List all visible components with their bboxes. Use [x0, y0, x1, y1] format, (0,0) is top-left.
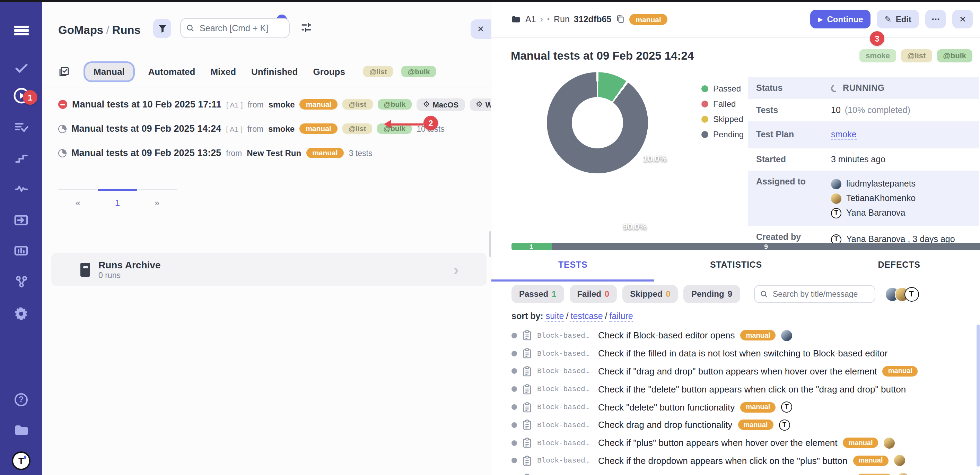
- close-button[interactable]: ✕: [952, 10, 973, 29]
- test-title: Check "delete" button functionality: [598, 402, 735, 412]
- test-list-item[interactable]: Block-based...Check if "drag and drop" b…: [511, 362, 980, 380]
- detail-tab-tests[interactable]: TESTS: [492, 260, 655, 282]
- filter-chip-passed[interactable]: Passed1: [511, 285, 564, 303]
- test-assignee-avatar: [894, 455, 905, 466]
- assignee-avatar-stack[interactable]: [885, 287, 919, 301]
- tab-manual[interactable]: Manual: [85, 63, 133, 80]
- legend-dot: [702, 131, 708, 138]
- pagination-prev[interactable]: «: [58, 189, 98, 208]
- projects-icon[interactable]: [0, 421, 42, 439]
- test-list-item[interactable]: Block-based...Check if the filled in dat…: [511, 344, 980, 363]
- clipboard-icon: [523, 438, 531, 448]
- sidebar: ? T: [0, 2, 42, 475]
- detail-tabs: TESTSSTATISTICSDEFECTS: [492, 260, 980, 282]
- filter-chip-pending[interactable]: Pending9: [684, 285, 740, 303]
- assigned-avatar: [831, 208, 842, 218]
- activity-icon[interactable]: [0, 180, 42, 198]
- test-badge-manual: manual: [741, 330, 776, 341]
- filter-chip-failed[interactable]: Failed0: [570, 285, 617, 303]
- assigned-user: TetianaKhomenko: [831, 191, 916, 205]
- results-donut-chart: 10.0% 90.0%: [547, 72, 648, 173]
- breadcrumb-project[interactable]: GoMaps: [58, 24, 103, 36]
- sort-link-testcase[interactable]: testcase: [570, 311, 603, 322]
- run-tag-smoke: smoke: [859, 49, 896, 62]
- right-scrollbar-thumb[interactable]: [977, 325, 980, 467]
- sort-link-failure[interactable]: failure: [609, 311, 633, 322]
- integrations-icon[interactable]: [0, 273, 42, 290]
- milestones-icon[interactable]: [0, 149, 42, 167]
- breadcrumb-suite[interactable]: A1: [525, 14, 536, 24]
- sort-link-suite[interactable]: suite: [546, 311, 564, 322]
- gear-icon: ⚙: [423, 100, 430, 108]
- assigned-user: liudmylastepanets: [831, 177, 916, 191]
- tag-chip-list[interactable]: @list: [363, 66, 393, 77]
- filter-chip-skipped[interactable]: Skipped0: [622, 285, 678, 303]
- copy-icon[interactable]: [616, 14, 625, 24]
- runs-search-input[interactable]: [198, 22, 283, 33]
- run-list-item[interactable]: Manual tests at 09 Feb 2025 13:25fromNew…: [58, 141, 488, 165]
- breadcrumb: GoMaps/Runs: [58, 24, 141, 37]
- test-list-item[interactable]: Block-based...Check if the dropdown appe…: [511, 452, 980, 470]
- more-button[interactable]: ⋯: [925, 10, 946, 29]
- reports-icon[interactable]: [0, 241, 42, 259]
- test-plans-icon[interactable]: [0, 119, 42, 137]
- assigned-name: liudmylastepanets: [846, 177, 916, 191]
- filter-button[interactable]: 1: [153, 19, 171, 38]
- runs-archive-card[interactable]: Runs Archive 0 runs ›: [51, 253, 487, 286]
- clipboard-icon: [523, 402, 531, 412]
- test-title: Check if the "delete" button appears whe…: [598, 384, 906, 395]
- test-list-item[interactable]: Block-based...Check drag and drop functi…: [511, 416, 980, 434]
- chip-count: 9: [728, 289, 732, 299]
- test-list-item[interactable]: Block-based...Check if "plus" button app…: [511, 434, 980, 452]
- test-list-item[interactable]: Block-based...Check if Block-based edito…: [511, 327, 980, 344]
- detail-panel-close-button[interactable]: ✕: [471, 19, 491, 39]
- tests-search-input[interactable]: [772, 289, 869, 299]
- tests-search: [754, 285, 875, 303]
- test-plan-link[interactable]: smoke: [831, 130, 857, 140]
- test-badge-manual: manual: [853, 456, 888, 466]
- chip-count: 1: [552, 289, 556, 299]
- test-suite: Block-based...: [537, 457, 593, 465]
- badge-manual: manual: [306, 148, 344, 158]
- search-icon: [186, 24, 194, 33]
- tab-automated[interactable]: Automated: [148, 66, 196, 77]
- status-in-progress-icon: [58, 149, 67, 157]
- annotation-2-arrow: [390, 123, 423, 126]
- tab-mixed[interactable]: Mixed: [210, 66, 236, 77]
- run-plan-name: New Test Run: [247, 148, 301, 158]
- test-list-item[interactable]: Block-based...Check "delete" button func…: [511, 398, 980, 416]
- chip-label: Skipped: [630, 289, 662, 299]
- tab-groups[interactable]: Groups: [313, 66, 345, 77]
- edit-button[interactable]: ✎Edit: [877, 10, 919, 29]
- menu-icon[interactable]: [0, 21, 42, 40]
- settings-icon[interactable]: [0, 304, 42, 322]
- window-top-edge: [0, 0, 980, 2]
- run-list-item[interactable]: Manual tests at 09 Feb 2025 14:24[ A1 ]f…: [58, 116, 488, 141]
- legend-dot: [702, 85, 708, 92]
- tab-unfinished[interactable]: Unfinished: [251, 66, 298, 77]
- status-removed-icon: [58, 100, 67, 109]
- test-list-item[interactable]: Block-based...Check if the "delete" butt…: [511, 380, 980, 398]
- display-settings-button[interactable]: [299, 21, 314, 36]
- progress-segment-green: 1: [511, 243, 551, 250]
- tag-chip-bulk[interactable]: @bulk: [402, 66, 436, 77]
- run-details-table: Status RUNNING Tests 10(10% completed) T…: [748, 77, 979, 252]
- tests-icon[interactable]: [0, 59, 42, 77]
- select-all-icon[interactable]: [58, 65, 70, 77]
- test-assignee-avatar: [781, 402, 792, 413]
- pagination-next[interactable]: »: [137, 189, 177, 208]
- test-list-item[interactable]: Block-based...manual: [511, 470, 980, 475]
- detail-tab-statistics[interactable]: STATISTICS: [655, 260, 818, 282]
- breadcrumb-section[interactable]: Runs: [112, 24, 141, 36]
- clipboard-icon: [523, 420, 531, 430]
- pagination-page-1[interactable]: 1: [98, 189, 137, 208]
- run-list-item[interactable]: Manual tests at 10 Feb 2025 17:11[ A1 ]f…: [58, 92, 488, 116]
- imports-icon[interactable]: [0, 211, 42, 229]
- chip-count: 0: [605, 289, 609, 299]
- help-icon[interactable]: ?: [0, 391, 42, 408]
- from-label: from: [226, 149, 242, 157]
- detail-tab-defects[interactable]: DEFECTS: [818, 260, 980, 282]
- user-avatar[interactable]: T: [12, 451, 30, 470]
- test-suite: Block-based...: [537, 367, 593, 376]
- continue-button[interactable]: ▶Continue: [811, 10, 871, 29]
